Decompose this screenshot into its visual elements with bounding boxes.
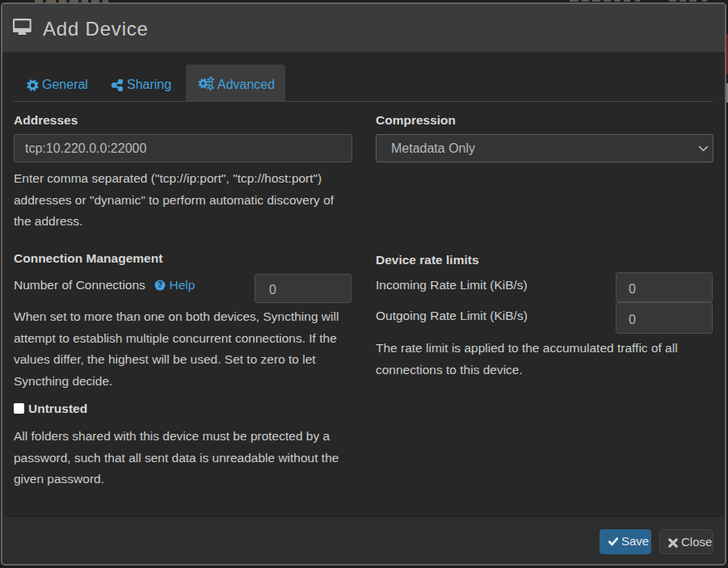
svg-text:?: ? — [158, 280, 162, 289]
